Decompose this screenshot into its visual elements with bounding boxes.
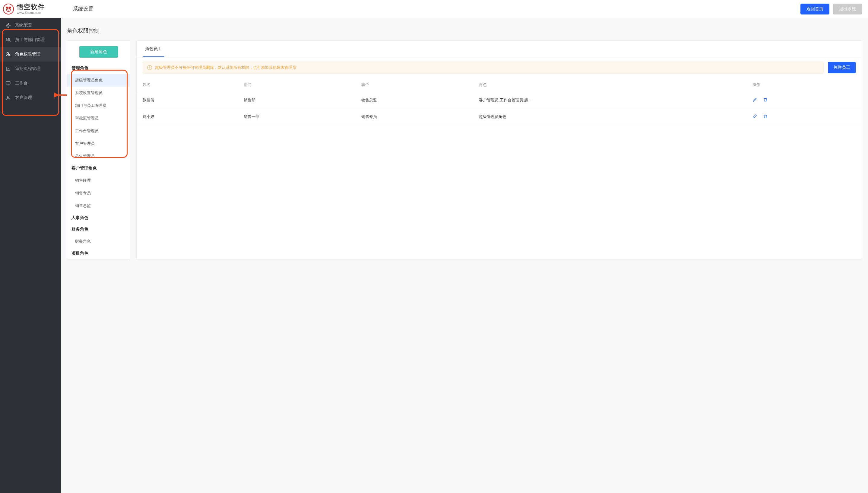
desktop-icon [5,81,11,86]
svg-rect-12 [6,67,10,71]
associate-staff-button[interactable]: 关联员工 [828,62,855,73]
logout-button[interactable]: 退出系统 [833,4,862,15]
sidebar-item-system-config[interactable]: 系统配置 [0,18,61,33]
delete-icon[interactable] [763,114,767,120]
cell-op [747,109,862,125]
alert-banner: ! 超级管理员不可被任何管理员删除，默认系统所有权限，也可添加其他超级管理员 [143,62,824,73]
role-group-title: 客户管理角色 [67,163,130,174]
role-item[interactable]: 销售总监 [67,199,130,212]
col-role: 角色 [473,78,747,92]
role-item[interactable]: 销售专员 [67,187,130,199]
logo-icon [3,4,14,15]
monkey-icon [4,5,13,13]
alert-text: 超级管理员不可被任何管理员删除，默认系统所有权限，也可添加其他超级管理员 [155,65,296,70]
sidebar: 系统配置 员工与部门管理 角色权限管理 审批流程管理 工作台 [0,18,61,493]
cell-position: 销售总监 [355,92,473,109]
svg-point-4 [7,8,10,11]
page-title: 角色权限控制 [67,27,862,35]
role-item[interactable]: 公告管理员 [67,150,130,163]
role-item[interactable]: 超级管理员角色 [67,74,130,87]
tab-role-staff[interactable]: 角色员工 [143,41,164,57]
tab-bar: 角色员工 [137,41,862,57]
role-item[interactable]: 财务角色 [67,235,130,248]
table-row: 张倩倩销售部销售总监客户管理员,工作台管理员,超... [137,92,862,109]
info-icon: ! [147,65,152,70]
svg-point-9 [9,38,10,40]
role-group-title: 管理角色 [67,62,130,74]
role-panel: 新建角色 管理角色超级管理员角色系统设置管理员部门与员工管理员审批流管理员工作台… [67,40,130,259]
col-dept: 部门 [238,78,355,92]
role-item[interactable]: 工作台管理员 [67,125,130,137]
back-home-button[interactable]: 返回首页 [800,4,829,15]
user-icon [5,95,11,101]
sidebar-item-label: 审批流程管理 [15,66,40,71]
svg-point-6 [9,9,9,10]
cell-role: 客户管理员,工作台管理员,超... [473,92,747,109]
sidebar-item-label: 工作台 [15,81,28,86]
sidebar-item-role-permission[interactable]: 角色权限管理 [0,47,61,62]
sidebar-item-approval[interactable]: 审批流程管理 [0,62,61,76]
delete-icon[interactable] [763,98,767,103]
sidebar-item-workspace[interactable]: 工作台 [0,76,61,90]
sidebar-item-customer[interactable]: 客户管理 [0,90,61,105]
users-icon [5,37,11,43]
cell-op [747,92,862,109]
col-name: 姓名 [137,78,238,92]
cell-dept: 销售部 [238,92,355,109]
sidebar-item-label: 系统配置 [15,23,32,28]
approval-icon [5,66,11,71]
edit-icon[interactable] [753,114,757,120]
header-actions: 返回首页 退出系统 [800,4,862,15]
role-group-title: 人事角色 [67,212,130,223]
role-item[interactable]: 客户管理员 [67,137,130,150]
svg-rect-13 [6,82,10,84]
logo-cn: 悟空软件 [17,3,45,10]
app-header: 悟空软件 www.5kcrm.com 系统设置 返回首页 退出系统 [0,0,868,18]
cell-name: 刘小婷 [137,109,238,125]
sidebar-item-label: 员工与部门管理 [15,37,45,43]
new-role-button[interactable]: 新建角色 [79,46,118,58]
role-item[interactable]: 部门与员工管理员 [67,99,130,112]
header-title: 系统设置 [73,5,93,13]
svg-point-10 [7,52,9,54]
staff-table: 姓名 部门 职位 角色 操作 张倩倩销售部销售总监客户管理员,工作台管理员,超.… [137,78,862,125]
sidebar-item-staff-dept[interactable]: 员工与部门管理 [0,33,61,47]
cell-position: 销售专员 [355,109,473,125]
svg-point-7 [7,24,9,26]
user-key-icon [5,51,11,57]
svg-point-14 [7,96,9,98]
svg-point-8 [7,38,8,40]
gear-icon [5,23,11,28]
logo-text: 悟空软件 www.5kcrm.com [17,3,45,14]
role-item[interactable]: 销售经理 [67,174,130,187]
role-item[interactable]: 审批流管理员 [67,112,130,125]
cell-role: 超级管理员角色 [473,109,747,125]
edit-icon[interactable] [753,98,757,103]
main-content: 角色权限控制 新建角色 管理角色超级管理员角色系统设置管理员部门与员工管理员审批… [61,18,868,493]
col-position: 职位 [355,78,473,92]
table-row: 刘小婷销售一部销售专员超级管理员角色 [137,109,862,125]
logo-en: www.5kcrm.com [17,11,45,15]
role-group-title: 财务角色 [67,223,130,235]
sidebar-item-label: 客户管理 [15,95,32,101]
cell-name: 张倩倩 [137,92,238,109]
role-item[interactable]: 系统设置管理员 [67,87,130,99]
table-panel: 角色员工 ! 超级管理员不可被任何管理员删除，默认系统所有权限，也可添加其他超级… [136,40,862,259]
logo-block: 悟空软件 www.5kcrm.com [3,3,61,14]
svg-point-5 [7,9,8,10]
cell-dept: 销售一部 [238,109,355,125]
role-group-title: 项目角色 [67,248,130,259]
col-op: 操作 [747,78,862,92]
sidebar-item-label: 角色权限管理 [15,51,40,57]
